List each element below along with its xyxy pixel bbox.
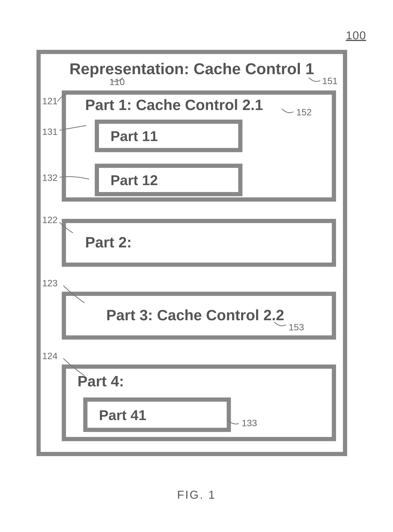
ref-131: 131 (42, 126, 58, 137)
part12-label: Part 12 (110, 172, 158, 188)
representation-title: Representation: Cache Control 1 (69, 60, 314, 78)
figure-caption: FIG. 1 (0, 488, 393, 501)
ref-133: 133 (242, 418, 257, 428)
part2-box: Part 2: (62, 219, 336, 267)
part41-label: Part 41 (99, 407, 146, 423)
ref-122: 122 (42, 215, 58, 225)
part41-box: Part 41 (83, 397, 231, 432)
ref-123: 123 (42, 278, 58, 288)
part11-label: Part 11 (110, 128, 158, 144)
part3-label: Part 3: Cache Control 2.2 (106, 306, 284, 324)
ref-110: 110 (109, 77, 125, 87)
part12-box: Part 12 (95, 164, 242, 196)
part2-label: Part 2: (85, 234, 132, 251)
part1-label: Part 1: Cache Control 2.1 (85, 96, 263, 114)
ref-132: 132 (42, 173, 58, 183)
part4-box: Part 4: Part 41 (62, 364, 336, 441)
part1-box: Part 1: Cache Control 2.1 Part 11 Part 1… (62, 91, 336, 202)
part11-box: Part 11 (95, 120, 242, 152)
ref-152: 152 (296, 107, 312, 117)
figure-page: 100 Representation: Cache Control 1 Part… (0, 0, 393, 532)
ref-124: 124 (42, 351, 58, 361)
ref-151: 151 (322, 76, 338, 86)
ref-153: 153 (289, 322, 304, 333)
figure-number: 100 (346, 29, 366, 42)
part4-label: Part 4: (78, 372, 124, 390)
ref-121: 121 (42, 96, 58, 106)
